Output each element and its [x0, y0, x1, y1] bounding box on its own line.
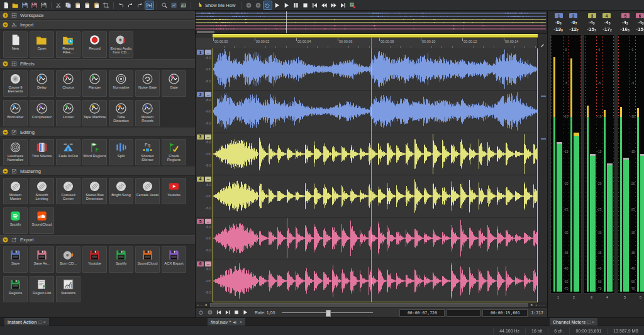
- channel-badge-3[interactable]: 3: [197, 135, 204, 140]
- open-tile[interactable]: Open: [30, 31, 54, 58]
- channel-badge-6[interactable]: 6: [197, 261, 204, 266]
- regions-tile[interactable]: Regions: [3, 276, 28, 302]
- file-overview[interactable]: [196, 11, 547, 34]
- word-regions-tile[interactable]: Word Regions: [82, 139, 107, 165]
- stereo-bus-dimension-tile[interactable]: Stereo Bus Dimension: [82, 178, 107, 204]
- waveform-canvas-ch4[interactable]: [213, 175, 537, 217]
- new-file-button[interactable]: [2, 1, 10, 9]
- cut-button[interactable]: [55, 1, 63, 9]
- horizontal-scroll-thumb[interactable]: [210, 303, 528, 307]
- chevron-down-icon[interactable]: [3, 61, 8, 67]
- region-list-tile[interactable]: Region List: [30, 276, 54, 302]
- go-to-start-button[interactable]: [311, 1, 319, 9]
- statistics-view-button[interactable]: [179, 1, 187, 9]
- zoom-out-x-button[interactable]: −: [201, 303, 203, 307]
- split-tile[interactable]: Split: [109, 139, 133, 165]
- tape-machine-tile[interactable]: Tape Machine: [82, 100, 107, 126]
- waveform-canvas-ch3[interactable]: [213, 133, 537, 175]
- zoom-in-x2-button[interactable]: +: [535, 303, 538, 307]
- smooth-limiting-tile[interactable]: Smooth Limiting: [30, 178, 54, 204]
- noise-gate-tile[interactable]: Noise Gate: [135, 70, 160, 97]
- section-header-import[interactable]: Import: [0, 20, 195, 30]
- rewind-button[interactable]: [320, 1, 328, 9]
- channel-lane-6[interactable]: 6–-6,0-Inf,-6,0: [196, 260, 538, 302]
- record-button[interactable]: [254, 1, 262, 9]
- waveform-canvas-ch5[interactable]: [213, 217, 537, 259]
- channel-minimize-button[interactable]: –: [205, 261, 211, 266]
- event-tool-button[interactable]: [145, 1, 153, 9]
- section-header-export[interactable]: Export: [0, 235, 195, 244]
- chorus-tile[interactable]: Chorus: [56, 70, 80, 97]
- section-header-effects[interactable]: Effects: [0, 59, 195, 69]
- close-icon[interactable]: ×: [592, 320, 594, 324]
- limiter-tile[interactable]: Limiter: [56, 100, 80, 126]
- statistics-tile[interactable]: Statistics: [56, 276, 80, 302]
- channel-lane-1[interactable]: 1–-6,0-Inf,-6,0: [196, 48, 538, 91]
- zoom-tool-button[interactable]: [160, 1, 169, 9]
- section-header-workspace[interactable]: Workspace: [0, 11, 195, 20]
- zoom-out-x2-button[interactable]: −: [538, 303, 541, 307]
- show-me-how-button[interactable]: Show Me How: [194, 1, 238, 9]
- crop-button[interactable]: [102, 1, 110, 9]
- check-regions-names-tile[interactable]: Check Regions names: [162, 139, 186, 165]
- redo-button[interactable]: [126, 1, 135, 9]
- go-to-end-button[interactable]: [339, 1, 347, 9]
- close-icon[interactable]: ×: [240, 320, 242, 324]
- acx-export-tile[interactable]: ACX Export: [162, 246, 186, 273]
- meter-badge-2[interactable]: 2: [569, 13, 577, 18]
- paste-button[interactable]: [74, 1, 82, 9]
- repeat-button[interactable]: [136, 1, 144, 9]
- section-header-editing[interactable]: Editing: [0, 128, 195, 137]
- channel-minimize-button[interactable]: –: [205, 177, 211, 182]
- overview-scroll-thumb[interactable]: [197, 31, 214, 33]
- channel-badge-2[interactable]: 2: [197, 92, 204, 97]
- spotify-tile[interactable]: Spotify: [3, 207, 28, 234]
- save-as-tile[interactable]: Save As...: [30, 246, 54, 273]
- youtube-tile[interactable]: Youtube: [82, 246, 107, 273]
- female-vocal-tile[interactable]: Female Vocal: [135, 178, 160, 204]
- bright-song-tile[interactable]: Bright Song: [109, 178, 133, 204]
- delay-tile[interactable]: Delay: [30, 70, 54, 97]
- channel-lane-4[interactable]: 4–-6,0-Inf,-6,0: [196, 175, 538, 217]
- copy-button[interactable]: [64, 1, 72, 9]
- time-ruler[interactable]: 00:00:0000:00:0200:00:0400:00:0600:00:08…: [196, 38, 538, 49]
- meter-badge-1[interactable]: 1: [555, 13, 563, 18]
- scroll-left-button[interactable]: ◄: [204, 303, 208, 307]
- rate-slider[interactable]: [282, 309, 373, 316]
- go-to-start-button[interactable]: [216, 309, 223, 316]
- undo-button[interactable]: [117, 1, 125, 9]
- open-file-button[interactable]: [11, 1, 19, 9]
- compressor-tile[interactable]: Compressor: [30, 100, 54, 126]
- marker-pencil-icon[interactable]: [540, 40, 545, 45]
- pause-button[interactable]: [292, 1, 300, 9]
- tube-distortion-tile[interactable]: Tube Distortion: [109, 100, 133, 126]
- section-header-mastering[interactable]: Mastering: [0, 167, 195, 176]
- channel-minimize-button[interactable]: –: [205, 50, 211, 55]
- zoom-fit-button[interactable]: ⇔: [542, 303, 546, 307]
- zoom-in-x-button[interactable]: +: [197, 303, 199, 307]
- metronome-button[interactable]: [207, 309, 214, 316]
- stop-button[interactable]: [233, 309, 240, 316]
- extract-audio-from-cd-tile[interactable]: Extract Audio from CD...: [109, 31, 133, 58]
- save-button[interactable]: [21, 1, 29, 9]
- soundcloud-tile[interactable]: SoundCloud: [135, 246, 160, 273]
- chevron-down-icon[interactable]: [3, 22, 8, 28]
- record-tile[interactable]: Record: [82, 31, 107, 58]
- float-window-icon[interactable]: □: [587, 320, 590, 324]
- channel-lane-5[interactable]: 5–-6,0-Inf,-6,0: [196, 217, 538, 260]
- go-to-end-button[interactable]: [225, 309, 231, 316]
- record-remote-button[interactable]: [245, 1, 253, 9]
- meter-badge-6[interactable]: 6: [636, 13, 644, 18]
- meter-badge-5[interactable]: 5: [621, 13, 630, 18]
- modern-master-tile[interactable]: Modern Master: [3, 178, 28, 204]
- soundcloud-tile[interactable]: SoundCloud: [30, 207, 54, 234]
- loop-playback-button[interactable]: [198, 309, 205, 316]
- waveform-canvas-ch2[interactable]: [213, 91, 537, 132]
- burn-cd-tile[interactable]: Burn CD...: [56, 246, 80, 273]
- float-window-icon[interactable]: □: [38, 320, 41, 324]
- new-tile[interactable]: New: [3, 31, 28, 58]
- recent-files-tile[interactable]: Recent Files...: [56, 31, 80, 58]
- channel-lane-3[interactable]: 3–-6,0-Inf,-6,0: [196, 133, 538, 175]
- waveform-canvas-ch6[interactable]: [213, 260, 537, 302]
- chevron-down-icon[interactable]: [3, 129, 8, 135]
